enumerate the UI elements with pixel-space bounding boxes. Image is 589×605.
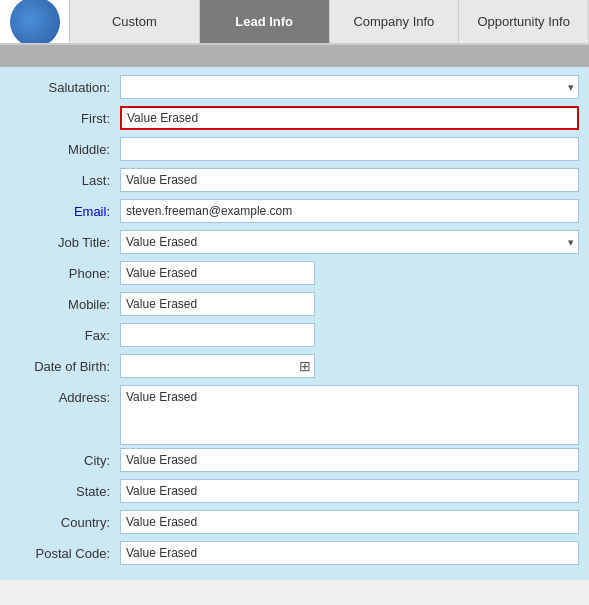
fax-row: Fax: (0, 323, 589, 351)
email-input[interactable] (120, 199, 579, 223)
fax-label: Fax: (10, 323, 120, 349)
dob-wrapper: ⊞ (120, 354, 315, 378)
postal-code-label: Postal Code: (10, 541, 120, 567)
address-label: Address: (10, 385, 120, 411)
logo-area (0, 0, 70, 43)
phone-input[interactable] (120, 261, 315, 285)
first-label: First: (10, 106, 120, 132)
salutation-label: Salutation: (10, 75, 120, 101)
first-input[interactable] (120, 106, 579, 130)
logo-circle (10, 0, 60, 43)
email-label: Email: (10, 199, 120, 225)
middle-label: Middle: (10, 137, 120, 163)
first-row: First: (0, 106, 589, 134)
salutation-select-wrapper: Mr. Ms. Mrs. Dr. Prof. ▾ (120, 75, 579, 99)
dob-label: Date of Birth: (10, 354, 120, 380)
salutation-select[interactable]: Mr. Ms. Mrs. Dr. Prof. (120, 75, 579, 99)
job-title-select-wrapper: Value Erased ▾ (120, 230, 579, 254)
middle-input[interactable] (120, 137, 579, 161)
state-label: State: (10, 479, 120, 505)
tab-opportunity-info[interactable]: Opportunity Info (459, 0, 589, 43)
address-row: Address: Value Erased (0, 385, 589, 445)
mobile-label: Mobile: (10, 292, 120, 318)
last-row: Last: (0, 168, 589, 196)
gray-strip (0, 45, 589, 67)
postal-code-row: Postal Code: (0, 541, 589, 569)
mobile-input[interactable] (120, 292, 315, 316)
address-input[interactable]: Value Erased (120, 385, 579, 445)
state-input[interactable] (120, 479, 579, 503)
tab-lead-info[interactable]: Lead Info (200, 0, 330, 43)
city-label: City: (10, 448, 120, 474)
tab-company-info[interactable]: Company Info (330, 0, 460, 43)
tab-bar: Custom Lead Info Company Info Opportunit… (0, 0, 589, 45)
tab-custom[interactable]: Custom (70, 0, 200, 43)
job-title-select[interactable]: Value Erased (120, 230, 579, 254)
email-row: Email: (0, 199, 589, 227)
state-row: State: (0, 479, 589, 507)
dob-input[interactable] (120, 354, 315, 378)
dob-row: Date of Birth: ⊞ (0, 354, 589, 382)
city-row: City: (0, 448, 589, 476)
last-label: Last: (10, 168, 120, 194)
form-area: Salutation: Mr. Ms. Mrs. Dr. Prof. ▾ Fir… (0, 67, 589, 580)
country-row: Country: (0, 510, 589, 538)
country-input[interactable] (120, 510, 579, 534)
middle-row: Middle: (0, 137, 589, 165)
postal-code-input[interactable] (120, 541, 579, 565)
last-input[interactable] (120, 168, 579, 192)
job-title-label: Job Title: (10, 230, 120, 256)
fax-input[interactable] (120, 323, 315, 347)
city-input[interactable] (120, 448, 579, 472)
salutation-row: Salutation: Mr. Ms. Mrs. Dr. Prof. ▾ (0, 75, 589, 103)
country-label: Country: (10, 510, 120, 536)
mobile-row: Mobile: (0, 292, 589, 320)
job-title-row: Job Title: Value Erased ▾ (0, 230, 589, 258)
phone-label: Phone: (10, 261, 120, 287)
phone-row: Phone: (0, 261, 589, 289)
